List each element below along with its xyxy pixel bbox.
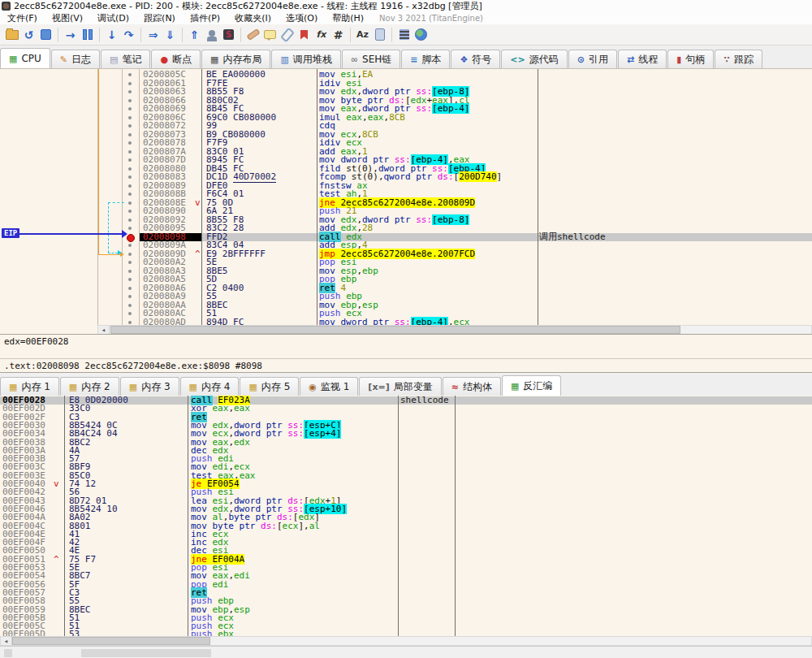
gutter-dot[interactable] bbox=[128, 227, 132, 230]
disasm-row[interactable]: 020080A38BE5mov esp,ebp bbox=[140, 267, 812, 276]
disasm-row[interactable]: 00EF005B51push ecx bbox=[0, 614, 812, 622]
menu-item-2[interactable]: 调试(D) bbox=[90, 12, 136, 24]
restart-icon[interactable]: ↺ bbox=[21, 27, 37, 42]
gutter-dot[interactable] bbox=[128, 278, 132, 281]
gutter-dot[interactable] bbox=[128, 312, 132, 315]
run-icon[interactable]: → bbox=[63, 27, 78, 42]
disasm-row[interactable]: 00EF00565Fpop edi bbox=[0, 581, 812, 589]
disasm-row[interactable]: 00EF00504Edec esi bbox=[0, 547, 812, 555]
calculator-icon[interactable] bbox=[396, 27, 412, 42]
open-file-icon[interactable] bbox=[4, 27, 19, 42]
disasm-row[interactable]: 00EF00535Epop esi bbox=[0, 564, 812, 572]
execute-till-return-icon[interactable]: ⇒ bbox=[145, 27, 161, 42]
pause-icon[interactable] bbox=[80, 27, 95, 42]
tab-12[interactable]: ▮句柄 bbox=[667, 50, 714, 68]
menu-item-0[interactable]: 文件(F) bbox=[0, 12, 45, 24]
disasm-row[interactable]: 00EF003B57push edi bbox=[0, 455, 812, 463]
disasm-row[interactable]: 020080A6C2 0400ret 4 bbox=[140, 284, 812, 293]
run-to-user-code-icon[interactable]: ⇑ bbox=[187, 27, 202, 42]
globe-icon[interactable] bbox=[413, 27, 429, 42]
gutter-dot[interactable] bbox=[128, 158, 132, 162]
step-into-icon[interactable]: ↓ bbox=[104, 27, 119, 42]
gutter-dot[interactable] bbox=[128, 253, 132, 256]
disasm-row[interactable]: 00EF00308B5424 0Cmov edx,dword ptr ss:[e… bbox=[0, 422, 812, 430]
script-phone-icon[interactable] bbox=[372, 27, 387, 42]
disasm-row[interactable]: 00EF00348B4C24 04mov ecx,dword ptr ss:[e… bbox=[0, 430, 812, 438]
disasm-row[interactable]: 020080A25Epop esi bbox=[140, 258, 812, 267]
bottom-tab-3[interactable]: ▦内存 4 bbox=[180, 377, 240, 396]
gutter-dot[interactable] bbox=[128, 295, 132, 298]
disasm-row[interactable]: 00EF002FC3ret bbox=[0, 413, 812, 422]
disasm-row[interactable]: 00EF005855push ebp bbox=[0, 597, 812, 605]
gutter-dot[interactable] bbox=[128, 193, 132, 196]
stop-icon[interactable] bbox=[38, 27, 54, 42]
disasm-row[interactable]: 0200805CBE EA000000mov esi,EA bbox=[140, 71, 812, 80]
gutter-dot[interactable] bbox=[128, 124, 132, 128]
horizontal-scrollbar[interactable]: ◂ bbox=[97, 325, 812, 334]
disasm-row[interactable]: 0200808BF6C4 01test ah,1 bbox=[140, 190, 812, 199]
gutter-dot[interactable] bbox=[128, 141, 132, 145]
scroll-left-button[interactable]: ◂ bbox=[1, 637, 12, 645]
text-icon[interactable]: Az bbox=[355, 27, 370, 42]
gutter-dot[interactable] bbox=[128, 184, 132, 188]
scroll-left-button[interactable]: ◂ bbox=[98, 326, 110, 334]
gutter-dot[interactable] bbox=[128, 150, 132, 154]
gutter-dot[interactable] bbox=[128, 90, 132, 93]
gutter-dot[interactable] bbox=[128, 167, 132, 171]
menu-item-4[interactable]: 插件(P) bbox=[183, 12, 227, 24]
gutter-dot[interactable] bbox=[128, 116, 132, 119]
tab-4[interactable]: ▦内存布局 bbox=[201, 50, 270, 68]
scylla-icon[interactable]: S bbox=[221, 27, 236, 42]
bottom-tab-2[interactable]: ▦内存 3 bbox=[120, 377, 179, 396]
gutter-dot[interactable] bbox=[128, 133, 132, 136]
disasm-row[interactable]: 00EF004256push esi bbox=[0, 488, 812, 496]
tab-1[interactable]: ✎日志 bbox=[51, 50, 100, 68]
disasm-row[interactable]: 0200809583C2 28add edx,28 bbox=[140, 224, 812, 233]
gutter-dot[interactable] bbox=[128, 210, 132, 213]
disasm-row[interactable]: 00EF004A8A02mov al,byte ptr ds:[edx] bbox=[0, 513, 812, 522]
tab-9[interactable]: <>源代码 bbox=[501, 50, 567, 68]
disasm-row[interactable]: 00EF005C51push ecx bbox=[0, 622, 812, 630]
menu-item-5[interactable]: 收藏夹(I) bbox=[227, 12, 279, 24]
hash-icon[interactable]: # bbox=[330, 27, 346, 42]
gutter-dot[interactable] bbox=[128, 73, 132, 76]
gutter-dot[interactable] bbox=[128, 270, 132, 273]
disasm-row[interactable]: 020080A955push ebp bbox=[140, 292, 812, 301]
gutter-dot[interactable] bbox=[128, 304, 132, 307]
disasm-row[interactable]: 00EF00468B5424 10mov edx,dword ptr ss:[e… bbox=[0, 505, 812, 513]
breakpoint-dot[interactable] bbox=[127, 234, 135, 242]
gutter-dot[interactable] bbox=[128, 107, 132, 110]
disasm-row[interactable]: 00EF00388BC2mov eax,edx bbox=[0, 439, 812, 447]
bottom-tab-7[interactable]: ≈结构体 bbox=[443, 377, 501, 396]
tab-5[interactable]: ▥调用堆栈 bbox=[271, 50, 340, 68]
disasm-row[interactable]: 020080AA8BECmov ebp,esp bbox=[140, 301, 812, 310]
disasm-row[interactable]: 00EF0028E8 0D020000call EF023Ashellcode bbox=[0, 396, 812, 405]
patch-icon[interactable] bbox=[245, 27, 261, 42]
disasm-row[interactable]: 00EF004E41inc ecx bbox=[0, 530, 812, 539]
dump-disassembly-panel[interactable]: 00EF0028E8 0D020000call EF023Ashellcode0… bbox=[0, 396, 812, 646]
gutter-dot[interactable] bbox=[128, 175, 132, 179]
disasm-row[interactable]: 02008073B9 CB080000mov ecx,8CB bbox=[140, 131, 812, 140]
bottom-tab-1[interactable]: ▦内存 2 bbox=[60, 377, 119, 396]
tab-3[interactable]: ●断点 bbox=[151, 50, 201, 68]
comment-icon[interactable] bbox=[262, 27, 278, 42]
bottom-tab-4[interactable]: ▦内存 5 bbox=[240, 377, 299, 396]
disasm-row[interactable]: 00EF002D33C0xor eax,eax bbox=[0, 405, 812, 413]
disasm-row[interactable]: 00EF00598BECmov ebp,esp bbox=[0, 606, 812, 614]
bottom-tab-8[interactable]: ▦反汇编 bbox=[502, 375, 561, 396]
step-out-icon[interactable]: ⇓ bbox=[162, 27, 178, 42]
gutter-dot[interactable] bbox=[128, 219, 132, 222]
step-over-icon[interactable]: ↷ bbox=[121, 27, 136, 42]
tab-10[interactable]: ⊙引用 bbox=[568, 50, 617, 68]
gutter-dot[interactable] bbox=[128, 82, 132, 85]
gutter-dot[interactable] bbox=[128, 287, 132, 290]
scrollbar-thumb[interactable] bbox=[110, 326, 680, 334]
disasm-row[interactable]: 00EF004F42inc edx bbox=[0, 539, 812, 547]
disasm-row[interactable]: 0200808Ev75 0Djne 2ecc85c6272004e8e.2008… bbox=[140, 199, 812, 208]
horizontal-scrollbar[interactable]: ◂ bbox=[0, 636, 812, 646]
function-icon[interactable]: fx bbox=[313, 27, 329, 42]
bottom-tab-5[interactable]: ◉监视 1 bbox=[300, 377, 358, 396]
disasm-row[interactable]: 0200809D^E9 2BFFFFFFjmp 2ecc85c6272004e8… bbox=[140, 250, 812, 259]
scrollbar-thumb[interactable] bbox=[12, 637, 210, 645]
tab-2[interactable]: ▤笔记 bbox=[101, 50, 150, 68]
